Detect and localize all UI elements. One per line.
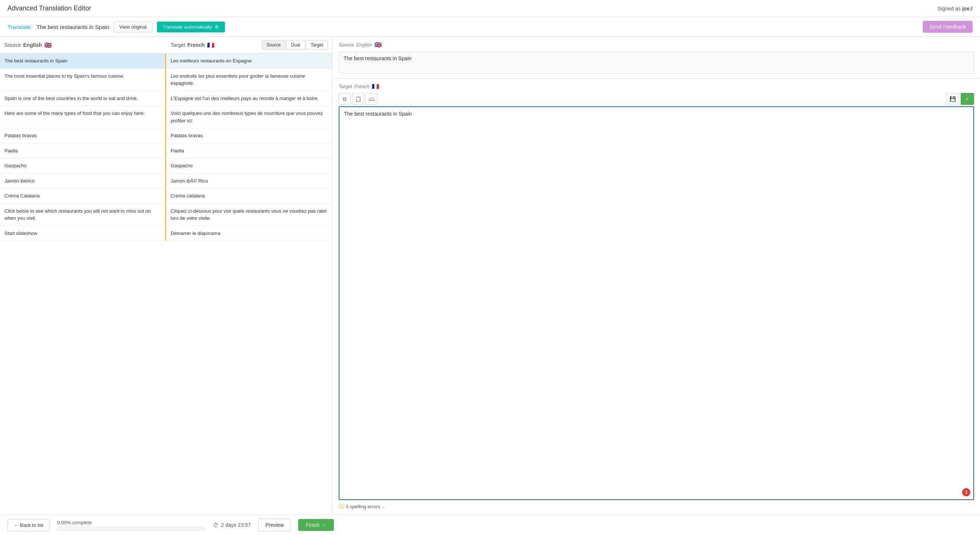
glossary-button[interactable]: 📖 bbox=[366, 93, 377, 105]
target-cell: Jamón ibÃ© Rico bbox=[166, 174, 332, 188]
app-header: Advanced Translation Editor Signed as jo… bbox=[0, 0, 980, 17]
spelling-errors-label: 3 spelling errors bbox=[346, 504, 380, 510]
error-badge: 1 bbox=[962, 488, 970, 496]
target-editor-language: French bbox=[354, 84, 369, 89]
source-cell: Jamón ibérico bbox=[0, 174, 166, 188]
translate-auto-label: Translate automatically bbox=[163, 24, 212, 30]
table-row[interactable]: Jamón ibéricoJamón ibÃ© Rico bbox=[0, 174, 332, 189]
footer: ← Back to list 0.00% complete ⏱ 2 days 2… bbox=[0, 514, 980, 535]
table-row[interactable]: Start slideshowDémarrer le diaporama bbox=[0, 226, 332, 241]
confirm-icon: ✓ bbox=[965, 96, 970, 102]
editor-toolbar: ⧉ 📋 📖 💾 ✓ bbox=[339, 93, 974, 105]
target-cell: Cliquez ci-dessous pour voir quels resta… bbox=[166, 204, 332, 226]
target-cell: Crema catalana bbox=[166, 188, 332, 203]
translate-label: Translate: bbox=[8, 24, 32, 30]
signed-as-user: joe.l bbox=[962, 6, 972, 11]
view-dual-button[interactable]: Dual bbox=[286, 41, 305, 49]
view-target-button[interactable]: Target bbox=[306, 41, 328, 49]
paste-button[interactable]: 📋 bbox=[352, 93, 364, 105]
source-language-label: English bbox=[23, 42, 42, 48]
target-label: Target bbox=[171, 42, 185, 48]
send-feedback-button[interactable]: Send Feedback bbox=[923, 21, 972, 33]
preview-button[interactable]: Preview bbox=[258, 519, 291, 531]
source-preview-label: Source English 🇬🇧 bbox=[339, 41, 974, 48]
source-cell: Paella bbox=[0, 143, 166, 158]
right-panel: Source English 🇬🇧 The best restaurants i… bbox=[333, 37, 980, 514]
gear-icon: ⚙ bbox=[215, 24, 219, 30]
view-source-button[interactable]: Source bbox=[262, 41, 286, 49]
table-row[interactable]: Spain is one of the best countries in th… bbox=[0, 91, 332, 106]
table-row[interactable]: Click below to see which restaurants you… bbox=[0, 204, 332, 226]
source-label: Source bbox=[5, 42, 21, 48]
target-editor-label: Target French 🇫🇷 bbox=[339, 83, 974, 90]
copy-icon: ⧉ bbox=[343, 96, 347, 102]
source-column-header: Source English 🇬🇧 bbox=[0, 41, 166, 49]
source-cell: Crema Catalana bbox=[0, 188, 166, 203]
progress-area: 0.00% complete bbox=[57, 520, 205, 530]
translation-rows: The best restaurants in SpainLes meilleu… bbox=[0, 54, 332, 514]
translation-input[interactable] bbox=[339, 107, 973, 499]
chevron-down-icon: ⌄ bbox=[382, 504, 385, 509]
target-flag: 🇫🇷 bbox=[207, 41, 215, 49]
source-cell: Gazpacho bbox=[0, 158, 166, 173]
document-title: The best restaurants in Spain bbox=[37, 24, 109, 30]
view-original-button[interactable]: View original bbox=[114, 22, 152, 32]
info-icon: ⓘ bbox=[339, 503, 344, 510]
timer-label: 2 days 23:57 bbox=[221, 522, 251, 528]
target-cell: Les endroits les plus essentiels pour go… bbox=[166, 69, 332, 91]
signed-as-label: Signed as joe.l bbox=[938, 6, 972, 11]
target-editor: Target French 🇫🇷 ⧉ 📋 📖 💾 ✓ bbox=[333, 78, 980, 514]
timer-area: ⏱ 2 days 23:57 bbox=[213, 522, 251, 528]
source-cell: Spain is one of the best countries in th… bbox=[0, 91, 166, 106]
source-preview-content: The best restaurants in Spain bbox=[339, 51, 974, 73]
table-row[interactable]: GazpachoGaspacho bbox=[0, 158, 332, 174]
table-row[interactable]: Patatas bravasPatatas bravas bbox=[0, 128, 332, 143]
app-title: Advanced Translation Editor bbox=[8, 5, 91, 12]
target-editor-flag: 🇫🇷 bbox=[372, 83, 379, 90]
view-toggle: Source Dual Target bbox=[262, 41, 328, 49]
translation-panel: Source English 🇬🇧 Target French 🇫🇷 Sourc… bbox=[0, 37, 333, 514]
table-row[interactable]: Here are some of the many types of food … bbox=[0, 106, 332, 128]
spelling-errors[interactable]: ⓘ 3 spelling errors ⌄ bbox=[339, 503, 974, 510]
source-cell: Start slideshow bbox=[0, 226, 166, 241]
main-area: Source English 🇬🇧 Target French 🇫🇷 Sourc… bbox=[0, 37, 980, 514]
progress-bar-background bbox=[57, 527, 205, 530]
target-editor-text-label: Target bbox=[339, 84, 352, 89]
target-cell: Démarrer le diaporama bbox=[166, 226, 332, 241]
target-cell: Les meilleurs restaurants en Espagne bbox=[166, 54, 332, 68]
source-preview-text-label: Source bbox=[339, 42, 354, 48]
editor-area: 1 bbox=[339, 106, 974, 500]
save-button[interactable]: 💾 bbox=[946, 93, 959, 105]
source-flag: 🇬🇧 bbox=[44, 41, 52, 49]
table-row[interactable]: PaellaPaella bbox=[0, 143, 332, 159]
save-icon: 💾 bbox=[950, 96, 956, 102]
book-icon: 📖 bbox=[368, 96, 375, 102]
table-row[interactable]: The most essential places to try Spain's… bbox=[0, 69, 332, 91]
copy-button[interactable]: ⧉ bbox=[339, 93, 351, 105]
source-preview-language: English bbox=[356, 42, 372, 48]
back-to-list-button[interactable]: ← Back to list bbox=[8, 519, 49, 531]
target-cell: L'Espagne est l'un des meilleurs pays au… bbox=[166, 91, 332, 106]
target-cell: Patatas bravas bbox=[166, 128, 332, 143]
target-cell: Voici quelques-uns des nombreux types de… bbox=[166, 106, 332, 128]
progress-label: 0.00% complete bbox=[57, 520, 205, 525]
source-cell: Here are some of the many types of food … bbox=[0, 106, 166, 128]
source-cell: The best restaurants in Spain bbox=[0, 54, 166, 68]
paste-icon: 📋 bbox=[355, 96, 361, 102]
target-cell: Gaspacho bbox=[166, 158, 332, 173]
source-cell: The most essential places to try Spain's… bbox=[0, 69, 166, 91]
col-headers: Source English 🇬🇧 Target French 🇫🇷 Sourc… bbox=[0, 37, 332, 54]
table-row[interactable]: The best restaurants in SpainLes meilleu… bbox=[0, 54, 332, 69]
finish-button[interactable]: Finish → bbox=[298, 519, 334, 531]
clock-icon: ⏱ bbox=[213, 522, 219, 528]
target-cell: Paella bbox=[166, 143, 332, 158]
source-cell: Patatas bravas bbox=[0, 128, 166, 143]
source-preview: Source English 🇬🇧 The best restaurants i… bbox=[333, 37, 980, 78]
translate-automatically-button[interactable]: Translate automatically ⚙ bbox=[157, 22, 225, 32]
target-language-label: French bbox=[188, 42, 205, 48]
confirm-button[interactable]: ✓ bbox=[961, 93, 974, 105]
source-cell: Click below to see which restaurants you… bbox=[0, 204, 166, 226]
source-preview-flag: 🇬🇧 bbox=[374, 41, 382, 48]
table-row[interactable]: Crema CatalanaCrema catalana bbox=[0, 188, 332, 204]
target-column-header: Target French 🇫🇷 bbox=[166, 41, 262, 49]
